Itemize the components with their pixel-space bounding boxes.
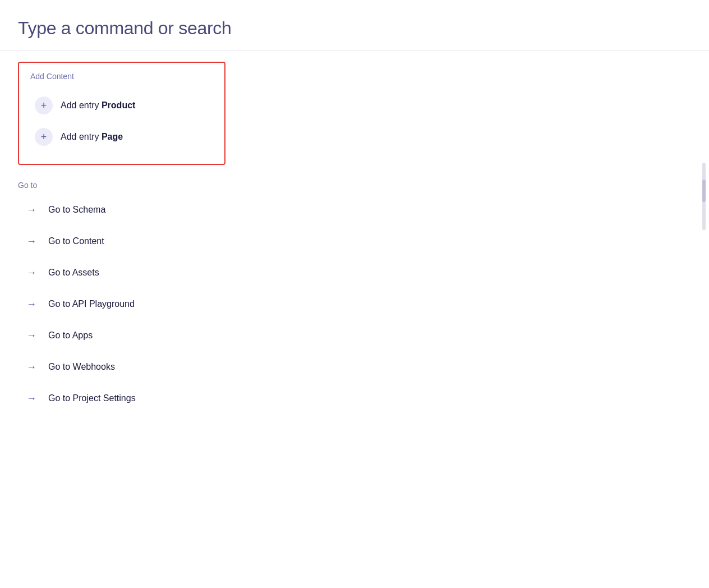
goto-content-label: Go to Content	[48, 236, 104, 246]
plus-icon-page: +	[35, 128, 53, 146]
goto-webhooks-label: Go to Webhooks	[48, 362, 115, 372]
goto-api-playground-label: Go to API Playground	[48, 299, 135, 309]
add-content-label: Add Content	[30, 72, 213, 81]
add-entry-product-item[interactable]: + Add entry Product	[30, 90, 213, 121]
goto-webhooks-item[interactable]: → Go to Webhooks	[18, 351, 691, 383]
goto-project-settings-label: Go to Project Settings	[48, 393, 136, 403]
arrow-icon-assets: →	[22, 264, 40, 282]
page-title: Type a command or search	[18, 18, 691, 39]
goto-items-list: → Go to Schema → Go to Content → Go to A…	[18, 194, 691, 414]
arrow-icon-content: →	[22, 232, 40, 250]
goto-project-settings-item[interactable]: → Go to Project Settings	[18, 383, 691, 414]
goto-api-playground-item[interactable]: → Go to API Playground	[18, 288, 691, 320]
main-content: Add Content + Add entry Product + Add en…	[0, 50, 709, 425]
arrow-icon-apps: →	[22, 327, 40, 344]
command-palette: Type a command or search Add Content + A…	[0, 0, 709, 588]
goto-section: Go to → Go to Schema → Go to Content → G…	[18, 181, 691, 414]
add-entry-page-label: Add entry Page	[61, 132, 123, 142]
arrow-icon-schema: →	[22, 201, 40, 219]
add-content-section: Add Content + Add entry Product + Add en…	[18, 62, 225, 165]
arrow-icon-webhooks: →	[22, 358, 40, 376]
goto-schema-label: Go to Schema	[48, 205, 105, 215]
header-section: Type a command or search	[0, 0, 709, 50]
add-entry-product-label: Add entry Product	[61, 100, 135, 111]
goto-apps-label: Go to Apps	[48, 330, 93, 341]
arrow-icon-api-playground: →	[22, 295, 40, 313]
goto-apps-item[interactable]: → Go to Apps	[18, 320, 691, 351]
add-entry-page-item[interactable]: + Add entry Page	[30, 121, 213, 153]
goto-section-label: Go to	[18, 181, 691, 190]
goto-assets-label: Go to Assets	[48, 268, 99, 278]
plus-icon-product: +	[35, 97, 53, 114]
scrollbar-thumb[interactable]	[702, 180, 706, 202]
scrollbar-track[interactable]	[702, 163, 706, 230]
goto-content-item[interactable]: → Go to Content	[18, 226, 691, 257]
goto-schema-item[interactable]: → Go to Schema	[18, 194, 691, 226]
arrow-icon-project-settings: →	[22, 389, 40, 407]
goto-assets-item[interactable]: → Go to Assets	[18, 257, 691, 288]
